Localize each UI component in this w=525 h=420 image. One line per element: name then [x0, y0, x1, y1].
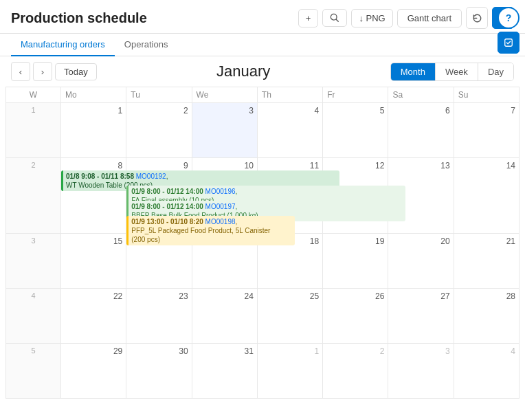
- day-cell-sa1: 6: [388, 103, 454, 158]
- day-cell-tu4: 23: [126, 289, 192, 344]
- day-cell-we1: 3: [192, 103, 257, 158]
- top-bar: Production schedule + ↓ PNG Gantt chart: [0, 0, 525, 34]
- gantt-chart-button[interactable]: Gantt chart: [397, 9, 462, 27]
- week-num-cell: 3: [6, 234, 61, 289]
- col-mo: Mo: [61, 87, 126, 103]
- day-cell-tu2: 9 01/9 8:00 - 01/12 14:00 MO00196,FA Fin…: [126, 158, 192, 234]
- day-cell-we4: 24: [192, 289, 257, 344]
- next-button[interactable]: ›: [33, 62, 52, 81]
- day-cell-sa3: 20: [388, 234, 454, 289]
- table-row: 5 29 30 31 1 2 3 4: [6, 344, 520, 399]
- day-cell-fr1: 5: [323, 103, 388, 158]
- add-button[interactable]: +: [298, 9, 319, 27]
- day-view-button[interactable]: Day: [478, 63, 513, 80]
- tab-operations[interactable]: Operations: [115, 34, 178, 56]
- week-view-button[interactable]: Week: [436, 63, 478, 80]
- day-cell-su5: 4: [454, 344, 519, 399]
- export-png-button[interactable]: ↓ PNG: [351, 9, 392, 27]
- day-cell-sa5: 3: [388, 344, 454, 399]
- col-su: Su: [454, 87, 519, 103]
- day-cell-mo2: 8 01/8 9:08 - 01/11 8:58 MO00192,WT Wood…: [61, 158, 126, 234]
- week-num-cell: 5: [6, 344, 61, 399]
- day-cell-fr4: 26: [323, 289, 388, 344]
- table-row: 2 8 01/8 9:08 - 01/11 8:58 MO00192,WT Wo…: [6, 158, 520, 234]
- day-cell-mo1: 1: [61, 103, 126, 158]
- col-fr: Fr: [323, 87, 388, 103]
- col-sa: Sa: [388, 87, 454, 103]
- nav-group: ‹ › Today: [11, 62, 97, 81]
- calendar-grid: W Mo Tu We Th Fr Sa Su 1 1 2 3 4 5 6 7 2…: [5, 87, 520, 399]
- day-cell-su2: 14: [454, 158, 519, 234]
- month-view-button[interactable]: Month: [391, 63, 436, 80]
- col-tu: Tu: [126, 87, 192, 103]
- day-cell-tu5: 30: [126, 344, 192, 399]
- day-cell-mo3: 15: [61, 234, 126, 289]
- checklist-icon: [504, 38, 513, 47]
- calendar-header: ‹ › Today January Month Week Day: [0, 56, 525, 87]
- col-th: Th: [257, 87, 322, 103]
- col-we: We: [192, 87, 257, 103]
- table-row: 1 1 2 3 4 5 6 7: [6, 103, 520, 158]
- month-title: January: [216, 63, 270, 80]
- day-cell-tu1: 2: [126, 103, 192, 158]
- day-cell-fr5: 2: [323, 344, 388, 399]
- help-button[interactable]: ?: [498, 7, 520, 29]
- svg-line-1: [337, 19, 339, 21]
- week-num-cell: 2: [6, 158, 61, 234]
- search-icon: [330, 13, 339, 23]
- toolbar: + ↓ PNG Gantt chart: [298, 7, 514, 29]
- checklist-button[interactable]: [498, 32, 520, 54]
- search-button[interactable]: [322, 9, 347, 27]
- refresh-button[interactable]: [466, 7, 488, 29]
- day-cell-su3: 21: [454, 234, 519, 289]
- day-cell-su1: 7: [454, 103, 519, 158]
- event-mo00198[interactable]: 01/9 13:00 - 01/10 8:20 MO00198,PFP_5L P…: [126, 216, 295, 245]
- col-week: W: [6, 87, 61, 103]
- day-cell-sa4: 27: [388, 289, 454, 344]
- week-num-cell: 4: [6, 289, 61, 344]
- day-cell-su4: 28: [454, 289, 519, 344]
- prev-button[interactable]: ‹: [11, 62, 30, 81]
- view-toggle: Month Week Day: [390, 63, 514, 81]
- day-cell-th4: 25: [257, 289, 322, 344]
- day-cell-th1: 4: [257, 103, 322, 158]
- table-row: 4 22 23 24 25 26 27 28: [6, 289, 520, 344]
- refresh-icon: [472, 13, 482, 23]
- calendar-wrapper: W Mo Tu We Th Fr Sa Su 1 1 2 3 4 5 6 7 2…: [0, 87, 525, 404]
- day-cell-mo5: 29: [61, 344, 126, 399]
- page-title: Production schedule: [11, 10, 147, 26]
- today-button[interactable]: Today: [55, 63, 97, 80]
- day-cell-mo4: 22: [61, 289, 126, 344]
- day-cell-th5: 1: [257, 344, 322, 399]
- day-cell-we5: 31: [192, 344, 257, 399]
- help-icon: ?: [506, 12, 512, 23]
- tab-manufacturing-orders[interactable]: Manufacturing orders: [11, 34, 115, 56]
- day-cell-fr3: 19: [323, 234, 388, 289]
- tabs-bar: Manufacturing orders Operations: [0, 34, 525, 56]
- week-num-cell: 1: [6, 103, 61, 158]
